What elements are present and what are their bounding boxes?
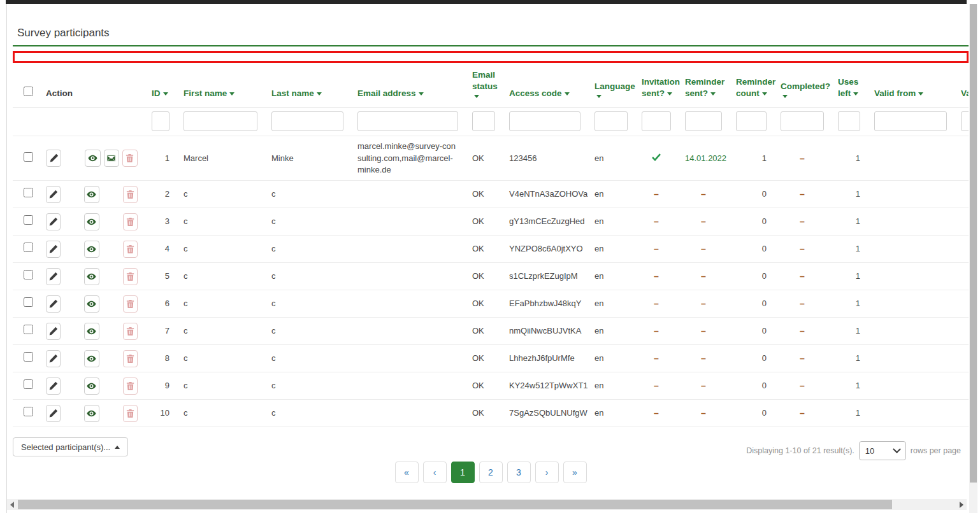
page-3-button[interactable]: 3 [507,462,531,483]
col-valid_from-header[interactable]: Valid from [868,66,955,108]
edit-button[interactable] [46,350,61,367]
filter-input-uses_left[interactable] [838,111,860,131]
view-button[interactable] [84,323,99,340]
page-2-button[interactable]: 2 [479,462,503,483]
filter-input-language[interactable] [594,111,628,131]
last-page-button[interactable]: » [563,462,587,483]
edit-button[interactable] [46,213,61,230]
row-checkbox[interactable] [24,325,33,334]
delete-button[interactable] [122,150,138,167]
selected-participants-button[interactable]: Selected participant(s)... [13,437,128,456]
view-button[interactable] [84,377,99,395]
col-invitation_sent-header[interactable]: Invitation sent? [635,66,679,108]
edit-button[interactable] [46,268,61,285]
filter-input-invitation_sent[interactable] [642,111,671,131]
mail-button[interactable] [104,150,119,167]
view-button[interactable] [84,350,99,367]
col-email-header[interactable]: Email address [351,66,466,108]
col-valid_until-header[interactable]: Valid until [955,66,969,108]
filter-input-valid_from[interactable] [874,111,947,131]
horizontal-scrollbar[interactable] [7,499,967,510]
col-reminder_count-header[interactable]: Reminder count [730,66,774,108]
view-button[interactable] [84,268,99,285]
delete-button[interactable] [123,295,138,313]
delete-button[interactable] [123,377,138,395]
view-button[interactable] [84,213,99,230]
col-reminder_sent-header[interactable]: Reminder sent? [679,66,730,108]
delete-button[interactable] [123,350,138,367]
vertical-scrollbar-thumb[interactable] [970,4,977,483]
col-completed-header[interactable]: Completed? [774,66,832,108]
col-first_name-header[interactable]: First name [177,66,265,108]
select-all-checkbox[interactable] [24,87,33,96]
edit-button[interactable] [46,323,61,340]
cell-last-name: c [265,372,351,400]
edit-button[interactable] [46,186,61,203]
filter-input-valid_until[interactable] [961,111,969,131]
horizontal-scrollbar-thumb[interactable] [18,500,892,509]
delete-button[interactable] [123,213,138,230]
sort-caret-icon [667,92,672,95]
row-checkbox[interactable] [24,407,33,416]
row-checkbox[interactable] [24,297,33,307]
view-button[interactable] [84,186,99,203]
highlight-box [13,51,969,63]
row-checkbox[interactable] [24,270,33,279]
first-page-button[interactable]: « [395,462,419,483]
row-checkbox[interactable] [24,379,33,389]
row-checkbox[interactable] [24,243,33,252]
edit-button[interactable] [46,295,61,313]
view-button[interactable] [84,241,99,258]
row-checkbox[interactable] [24,215,33,225]
filter-input-email[interactable] [357,111,458,131]
view-button[interactable] [84,405,99,422]
pencil-icon [49,153,59,163]
col-uses_left-header[interactable]: Uses left [832,66,868,108]
edit-button[interactable] [46,377,61,395]
filter-input-last_name[interactable] [271,111,343,131]
col-language-header[interactable]: Language [588,66,635,108]
edit-button[interactable] [46,150,61,167]
view-button[interactable] [84,295,99,313]
table-row: 5 c c OK s1CLzprkEZugIpM en – – 0 – 1 [13,263,969,290]
delete-button[interactable] [123,323,138,340]
view-button[interactable] [85,150,100,167]
col-id-header[interactable]: ID [145,66,177,108]
filter-input-first_name[interactable] [184,111,257,131]
row-checkbox[interactable] [24,352,33,362]
cell-first-name: c [177,236,265,263]
cell-reminder-count: 0 [730,181,774,208]
filter-input-email_status[interactable] [472,111,495,131]
row-checkbox[interactable] [24,188,33,197]
filter-input-access_code[interactable] [509,111,580,131]
page-1-button[interactable]: 1 [451,462,475,483]
edit-button[interactable] [46,241,61,258]
delete-button[interactable] [123,241,138,258]
filter-input-reminder_count[interactable] [736,111,767,131]
cell-invitation-sent: – [635,236,679,263]
filter-input-id[interactable] [152,111,169,131]
cell-reminder-count: 0 [730,208,774,236]
delete-button[interactable] [123,405,138,422]
row-checkbox[interactable] [24,152,33,162]
col-email_status-header[interactable]: Email status [466,66,503,108]
edit-button[interactable] [46,405,61,422]
delete-button[interactable] [123,186,138,203]
cell-id: 8 [145,345,177,372]
pencil-icon [48,272,58,281]
filter-input-completed[interactable] [781,111,824,131]
col-access_code-header[interactable]: Access code [503,66,588,108]
next-page-button[interactable]: › [535,462,559,483]
filter-input-reminder_sent[interactable] [685,111,722,131]
scroll-left-arrow-icon[interactable] [10,502,14,508]
prev-page-button[interactable]: ‹ [423,462,447,483]
scroll-right-arrow-icon[interactable] [960,502,963,508]
cell-invitation-sent: – [635,290,679,318]
dash-icon: – [654,299,659,309]
vertical-scrollbar[interactable] [969,4,977,513]
col-last_name-header[interactable]: Last name [265,66,351,108]
rows-per-page-select[interactable]: 10 [859,441,906,460]
cell-language: en [588,208,635,236]
delete-button[interactable] [123,268,138,285]
cell-last-name: c [265,236,351,263]
